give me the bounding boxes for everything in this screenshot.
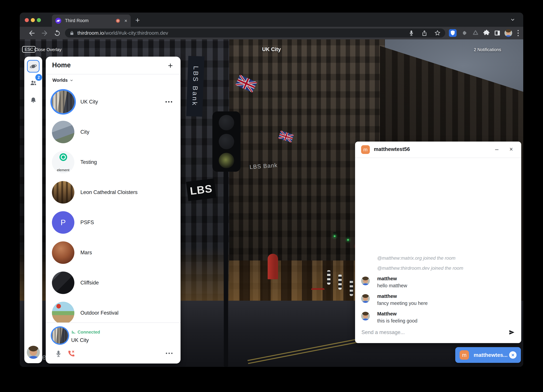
bollard — [327, 270, 330, 285]
world-list-item[interactable]: P PSFS — [46, 207, 181, 238]
world-title: UK City — [20, 46, 523, 52]
recycle-extension-icon[interactable] — [472, 29, 479, 37]
url-text: thirdroom.io/world/#uk-city:thirdroom.de… — [77, 30, 402, 36]
lbs-bank-banner: LBS Bank — [186, 56, 204, 117]
active-call-pill[interactable]: m matthewtes... × — [455, 347, 521, 363]
world-list-item[interactable]: Leon Cathedral Cloisters — [46, 177, 181, 207]
chat-input-row — [361, 326, 515, 338]
world-list-item[interactable]: UK City — [46, 87, 181, 117]
extensions-puzzle-icon[interactable] — [483, 29, 490, 37]
bell-icon — [30, 97, 37, 104]
side-panel-icon[interactable] — [493, 29, 501, 37]
app-sidebar: 2 — [24, 57, 42, 363]
red-phone-box — [311, 288, 325, 320]
sidebar-worlds-button[interactable] — [27, 60, 40, 73]
world-list-item[interactable]: element Testing — [46, 147, 181, 177]
forward-button[interactable] — [40, 29, 49, 37]
chat-header: m matthewtest56 – × — [355, 142, 521, 158]
url-bar[interactable]: thirdroom.io/world/#uk-city:thirdroom.de… — [65, 28, 445, 38]
message-text: fancy meeting you here — [377, 301, 515, 306]
world-list-item[interactable]: Cliffside — [46, 268, 181, 298]
reload-button[interactable] — [53, 29, 61, 37]
tab-media-indicator-icon — [116, 19, 120, 23]
tag-extension-icon[interactable] — [461, 29, 468, 37]
world-thumbnail — [52, 241, 74, 264]
world-list-item[interactable]: Mars — [46, 238, 181, 268]
panel-title: Home — [52, 61, 71, 69]
world-thumbnail — [52, 121, 74, 143]
chat-close-button[interactable]: × — [508, 145, 515, 153]
tab-strip: Third Room × + — [20, 12, 523, 27]
tab-title: Third Room — [65, 18, 116, 23]
macos-zoom-button[interactable] — [37, 18, 41, 22]
chat-message: matthew fancy meeting you here — [361, 294, 515, 306]
chat-message-input[interactable] — [361, 329, 509, 335]
world-thumbnail — [52, 91, 74, 113]
world-thumbnail: element — [52, 151, 74, 173]
world-list-item[interactable]: Outdoor Festival — [46, 298, 181, 323]
message-sender: Matthew — [377, 311, 515, 317]
bookmark-star-icon[interactable] — [434, 30, 441, 36]
mic-permission-icon[interactable] — [408, 30, 415, 36]
call-pill-close-icon[interactable]: × — [509, 351, 516, 359]
tab-search-chevron-icon[interactable] — [510, 17, 515, 23]
union-jack-flag — [235, 74, 257, 93]
user-avatar[interactable] — [27, 346, 40, 359]
worlds-section-header[interactable]: Worlds — [52, 78, 73, 83]
message-sender: matthew — [377, 294, 515, 299]
password-manager-extension-icon[interactable] — [449, 29, 457, 37]
chevron-down-icon — [70, 79, 73, 82]
macos-close-button[interactable] — [25, 18, 29, 22]
world-name: PSFS — [80, 219, 172, 226]
browser-menu-icon[interactable] — [514, 29, 522, 37]
browser-tab-third-room[interactable]: Third Room × — [52, 15, 131, 27]
world-name: Testing — [80, 159, 172, 165]
divider — [46, 74, 181, 74]
distant-traffic-light — [347, 236, 349, 241]
chat-title: matthewtest56 — [374, 146, 410, 152]
mute-mic-button[interactable] — [54, 350, 62, 358]
message-text: hello matthew — [377, 283, 515, 289]
lbs-corner-sign: LBS — [186, 178, 216, 201]
hang-up-button[interactable] — [67, 350, 75, 358]
world-thumbnail — [52, 181, 74, 204]
call-options-button[interactable] — [166, 353, 173, 354]
chat-window: m matthewtest56 – × @matthew:matrix.org … — [355, 142, 521, 343]
notifications-label[interactable]: 2 Notifications — [474, 47, 501, 52]
world-viewport: LBS Bank LBS LBS Bank ESC Close Overlay … — [20, 39, 523, 367]
home-panel: Home + Worlds UK City — [46, 57, 181, 364]
new-tab-button[interactable]: + — [135, 16, 140, 24]
red-postbox — [268, 254, 278, 279]
traffic-light-head — [212, 111, 241, 172]
message-avatar — [361, 277, 370, 285]
browser-profile-avatar[interactable] — [504, 29, 512, 37]
world-thumbnail — [52, 302, 74, 323]
browser-toolbar: thirdroom.io/world/#uk-city:thirdroom.de… — [20, 27, 523, 39]
chat-message: Matthew this is feeling good — [361, 311, 515, 324]
planet-icon — [30, 63, 37, 70]
tab-close-icon[interactable]: × — [124, 18, 127, 23]
send-message-button[interactable] — [509, 329, 515, 336]
bollard — [338, 274, 342, 290]
message-avatar — [361, 294, 370, 303]
call-pill-avatar: m — [460, 350, 469, 360]
share-icon[interactable] — [421, 30, 428, 36]
friends-count-badge: 2 — [35, 74, 42, 81]
sidebar-notifications-button[interactable] — [27, 94, 40, 106]
message-avatar — [361, 312, 370, 320]
chat-message-list: matthew hello matthew matthew fancy meet… — [361, 276, 515, 324]
create-world-button[interactable]: + — [168, 61, 173, 70]
room-notice: @matthew:thirdroom.dev joined the room — [377, 266, 515, 271]
bollard — [350, 280, 353, 296]
macos-minimize-button[interactable] — [31, 18, 35, 22]
message-text: this is feeling good — [377, 318, 515, 324]
chat-notices: @matthew:matrix.org joined the room@matt… — [361, 256, 515, 271]
chat-messages: @matthew:matrix.org joined the room@matt… — [361, 256, 515, 324]
signal-bars-icon — [71, 330, 76, 334]
back-button[interactable] — [28, 29, 36, 37]
world-name: Mars — [80, 250, 172, 256]
world-menu-button[interactable] — [165, 101, 172, 102]
connected-world-thumbnail — [52, 328, 68, 344]
world-list-item[interactable]: City — [46, 117, 181, 147]
chat-minimize-button[interactable]: – — [493, 145, 500, 153]
